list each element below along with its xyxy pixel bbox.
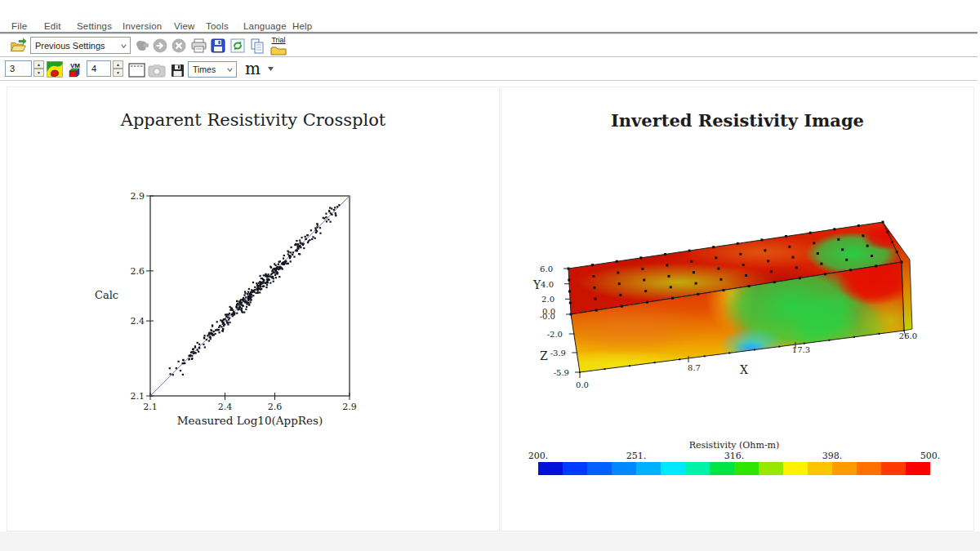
refresh-icon[interactable] bbox=[229, 37, 247, 55]
colorbar-segment bbox=[906, 462, 930, 475]
layer-spinner: ▲ ▼ bbox=[113, 60, 123, 77]
printer-glyph bbox=[190, 38, 207, 53]
floppy-dark-glyph bbox=[171, 64, 185, 78]
font-combo-value: Times bbox=[193, 64, 216, 74]
y-tick-label: 2.6 bbox=[131, 266, 145, 277]
volume-model-icon[interactable]: VM bbox=[67, 60, 85, 78]
colorbar-label: 500. bbox=[920, 451, 941, 461]
colorbar-segment bbox=[808, 462, 832, 475]
chevron-down-icon bbox=[120, 42, 127, 50]
contour-map-icon[interactable] bbox=[46, 60, 64, 78]
spin-down-button[interactable]: ▼ bbox=[33, 69, 44, 77]
x-tick-label: 2.1 bbox=[143, 402, 158, 412]
colorbar-segment bbox=[636, 462, 661, 475]
z-tick-label: -2.0 bbox=[547, 330, 563, 339]
previous-settings-value: Previous Settings bbox=[35, 41, 105, 51]
x-tick-label: 2.9 bbox=[342, 402, 357, 412]
view-toolbar: 3 ▲ ▼ VM 4 ▲ ▼ bbox=[0, 58, 978, 81]
save-icon[interactable] bbox=[209, 37, 227, 55]
vm-cube-glyph: VM bbox=[67, 61, 85, 78]
stop-disabled-icon[interactable] bbox=[170, 37, 188, 55]
menu-inversion[interactable]: Inversion bbox=[122, 21, 162, 31]
colorbar-title: Resistivity (Ohm-m) bbox=[538, 440, 930, 451]
main-toolbar: Previous Settings bbox=[0, 34, 978, 57]
x-tick-label: 26.0 bbox=[899, 331, 917, 340]
resistivity-3d-view: 6.0 4.0 2.0 0.0 -0.0 -2.0 -3.9 -5.9 0.0 … bbox=[515, 205, 956, 397]
menu-tools[interactable]: Tools bbox=[206, 21, 229, 31]
run-inversion-disabled-icon[interactable] bbox=[132, 37, 150, 55]
colorbar-label: 398. bbox=[822, 451, 843, 461]
frame-icon[interactable] bbox=[127, 61, 145, 79]
colorbar-label: 251. bbox=[626, 451, 647, 461]
x-tick-label: 2.6 bbox=[268, 402, 283, 412]
x-axis-letter: X bbox=[740, 363, 748, 376]
z-zero-label: -0.0 bbox=[540, 312, 555, 321]
menu-view[interactable]: View bbox=[174, 21, 195, 31]
contour-map-glyph bbox=[47, 61, 63, 78]
svg-text:VM: VM bbox=[70, 62, 80, 69]
y-tick-label: 2.0 bbox=[541, 295, 555, 304]
unit-dropdown[interactable]: m bbox=[245, 59, 274, 78]
colorbar-segment bbox=[612, 462, 636, 475]
print-icon[interactable] bbox=[189, 37, 207, 55]
menu-edit[interactable]: Edit bbox=[44, 21, 61, 31]
colorbar-segment bbox=[587, 462, 612, 475]
open-folder-glyph bbox=[10, 38, 28, 54]
colorbar-segment bbox=[710, 462, 734, 475]
x-tick-label: 8.7 bbox=[688, 363, 701, 372]
y-tick-label: 2.4 bbox=[131, 316, 145, 327]
colorbar-segment bbox=[832, 462, 857, 475]
crossplot-title: Apparent Resistivity Crossplot bbox=[7, 110, 499, 130]
copy-icon[interactable] bbox=[248, 37, 266, 55]
z-tick-label: -5.9 bbox=[554, 368, 569, 377]
previous-settings-combo[interactable]: Previous Settings bbox=[30, 37, 131, 54]
chevron-down-icon bbox=[226, 66, 234, 73]
open-project-icon[interactable] bbox=[10, 37, 28, 55]
spin-up-button[interactable]: ▲ bbox=[33, 60, 44, 69]
x-axis-label: Measured Log10(AppRes) bbox=[177, 414, 323, 427]
colorbar-label: 316. bbox=[724, 451, 745, 461]
menu-help[interactable]: Help bbox=[292, 21, 312, 31]
disabled-run-glyph bbox=[134, 38, 149, 53]
floppy-glyph bbox=[211, 38, 225, 53]
save-image-icon[interactable] bbox=[168, 61, 186, 79]
x-tick-label: 17.3 bbox=[792, 345, 810, 354]
colorbar-label: 200. bbox=[528, 451, 549, 461]
iteration-spinner: ▲ ▼ bbox=[33, 60, 44, 77]
frame-glyph bbox=[128, 63, 145, 78]
trial-folder-icon[interactable]: Trial bbox=[266, 36, 291, 59]
y-axis-letter: Y bbox=[532, 278, 541, 291]
trial-label: Trial bbox=[266, 36, 291, 44]
menu-language[interactable]: Language bbox=[243, 21, 287, 31]
y-tick-label: 4.0 bbox=[541, 280, 554, 289]
iteration-number-field[interactable]: 3 bbox=[5, 60, 32, 77]
camera-glyph bbox=[148, 64, 166, 78]
x-tick-label: 0.0 bbox=[576, 380, 589, 389]
forward-arrow-glyph bbox=[152, 38, 168, 54]
stop-x-glyph bbox=[171, 38, 187, 54]
status-strip bbox=[0, 531, 980, 551]
trial-folder-glyph bbox=[270, 46, 287, 56]
spin-down-button[interactable]: ▼ bbox=[113, 69, 123, 77]
resistivity-image-panel: Inverted Resistivity Image bbox=[501, 87, 974, 531]
crossplot-chart: 2.9 2.6 2.4 2.1 2.1 2.4 2.6 2.9 Calc Mea… bbox=[74, 184, 385, 429]
colorbar-segment bbox=[783, 462, 808, 475]
z-tick-label: -3.9 bbox=[550, 349, 566, 358]
colorbar-segment bbox=[538, 462, 563, 475]
y-axis-label: Calc bbox=[95, 289, 118, 301]
dropdown-caret-icon bbox=[267, 65, 274, 72]
copy-pages-glyph bbox=[250, 38, 265, 54]
layer-number-field[interactable]: 4 bbox=[87, 60, 111, 77]
menu-settings[interactable]: Settings bbox=[77, 21, 112, 31]
z-axis-letter: Z bbox=[540, 349, 548, 362]
colorbar: Resistivity (Ohm-m) 200. 251. 316. 398. … bbox=[523, 440, 948, 491]
menu-file[interactable]: File bbox=[11, 21, 27, 31]
colorbar-segment bbox=[881, 462, 906, 475]
crossplot-panel: Apparent Resistivity Crossplot 2.9 2.6 2… bbox=[7, 87, 500, 531]
spin-up-button[interactable]: ▲ bbox=[113, 60, 123, 69]
snapshot-icon[interactable] bbox=[148, 61, 166, 79]
y-tick-label: 6.0 bbox=[540, 264, 553, 273]
refresh-arrows-glyph bbox=[230, 38, 245, 53]
forward-disabled-icon[interactable] bbox=[151, 37, 169, 55]
font-combo[interactable]: Times bbox=[188, 61, 237, 78]
